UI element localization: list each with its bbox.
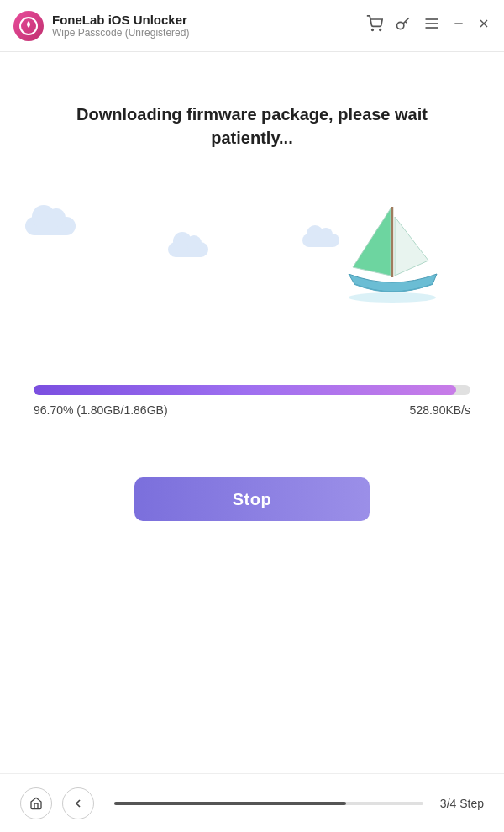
step-label: 3/4 Step bbox=[440, 797, 484, 810]
svg-point-13 bbox=[349, 292, 436, 303]
home-button[interactable] bbox=[20, 787, 52, 819]
app-title: FoneLab iOS Unlocker bbox=[52, 13, 189, 27]
progress-bar-track bbox=[34, 385, 470, 395]
cart-icon[interactable] bbox=[366, 15, 383, 36]
svg-marker-10 bbox=[353, 208, 391, 276]
cloud-3 bbox=[302, 234, 339, 247]
footer: 3/4 Step bbox=[0, 773, 504, 832]
title-bar-controls bbox=[366, 15, 491, 36]
svg-marker-11 bbox=[395, 217, 428, 276]
close-icon[interactable] bbox=[477, 17, 491, 34]
footer-progress-fill bbox=[114, 802, 346, 805]
menu-icon[interactable] bbox=[423, 15, 440, 36]
minimize-icon[interactable] bbox=[452, 17, 465, 34]
app-subtitle: Wipe Passcode (Unregistered) bbox=[52, 27, 189, 39]
title-bar-left: FoneLab iOS Unlocker Wipe Passcode (Unre… bbox=[13, 11, 189, 41]
stop-button[interactable]: Stop bbox=[134, 477, 370, 521]
app-logo bbox=[13, 11, 44, 41]
svg-point-1 bbox=[372, 29, 374, 31]
progress-left-label: 96.70% (1.80GB/1.86GB) bbox=[34, 403, 168, 417]
progress-section: 96.70% (1.80GB/1.86GB) 528.90KB/s bbox=[34, 385, 470, 417]
cloud-2 bbox=[168, 242, 208, 257]
footer-progress-track bbox=[114, 802, 423, 805]
progress-bar-fill bbox=[34, 385, 456, 395]
main-content: Downloading firmware package, please wai… bbox=[0, 52, 504, 538]
footer-nav bbox=[20, 787, 94, 819]
progress-stats: 96.70% (1.80GB/1.86GB) 528.90KB/s bbox=[34, 403, 470, 417]
status-title: Downloading firmware package, please wai… bbox=[34, 103, 470, 150]
cloud-1 bbox=[25, 217, 76, 235]
progress-right-label: 528.90KB/s bbox=[410, 403, 470, 417]
sailboat-illustration bbox=[344, 200, 445, 313]
illustration-area bbox=[34, 192, 470, 360]
back-button[interactable] bbox=[62, 787, 94, 819]
title-text: FoneLab iOS Unlocker Wipe Passcode (Unre… bbox=[52, 13, 189, 39]
title-bar: FoneLab iOS Unlocker Wipe Passcode (Unre… bbox=[0, 0, 504, 52]
key-icon[interactable] bbox=[395, 15, 412, 36]
svg-point-2 bbox=[380, 29, 381, 31]
